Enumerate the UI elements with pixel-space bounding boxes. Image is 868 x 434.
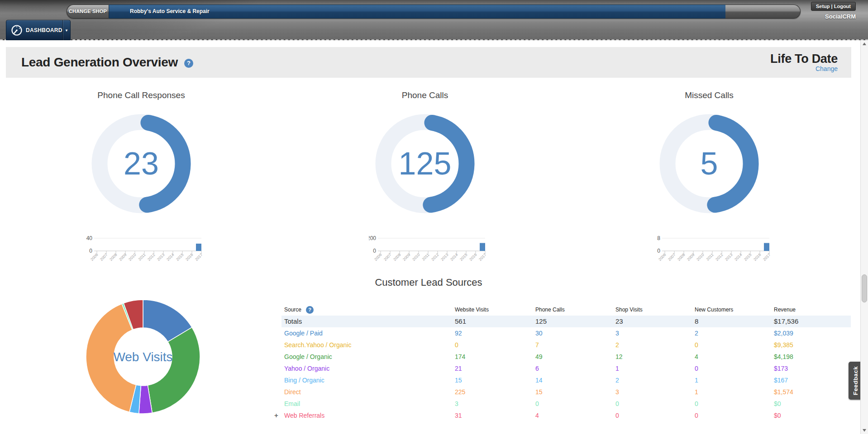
phone-calls-cell: 30 (533, 327, 613, 339)
new-customers-cell: 0 (692, 363, 771, 374)
revenue-cell: $4,198 (771, 351, 851, 363)
svg-text:2012: 2012 (147, 252, 156, 262)
shop-visits-cell: 3 (613, 386, 692, 398)
dashboard-nav-button[interactable]: DASHBOARD ▾ (6, 20, 71, 40)
page-title: Lead Generation Overview (21, 55, 178, 70)
svg-text:5: 5 (701, 146, 718, 181)
website-visits-cell: 225 (452, 386, 533, 398)
dashboard-page: CHANGE SHOP Robby's Auto Service & Repai… (0, 0, 868, 434)
title-bar-end-cap (725, 5, 801, 19)
phone-calls-cell: 125 (533, 316, 613, 327)
lead-source-row-email: Email3000$0 (281, 398, 851, 410)
svg-text:2017: 2017 (762, 252, 772, 262)
shop-visits-cell: 0 (613, 410, 692, 421)
svg-text:2017: 2017 (478, 252, 487, 262)
website-visits-cell: 561 (452, 316, 533, 327)
expand-row-icon[interactable]: + (274, 410, 278, 421)
source-cell[interactable]: Search.Yahoo / Organic (281, 339, 452, 351)
svg-text:2016: 2016 (468, 252, 478, 262)
phone-calls-cell: 14 (533, 374, 613, 386)
svg-text:2008: 2008 (392, 252, 402, 262)
source-cell[interactable]: Yahoo / Organic (281, 363, 452, 374)
revenue-cell: $1,574 (771, 386, 851, 398)
date-range-label: Life To Date (770, 52, 838, 65)
column-header-new-customers: New Customers (692, 304, 771, 316)
main-content: Lead Generation Overview ? Life To Date … (0, 41, 860, 434)
svg-text:2011: 2011 (705, 252, 714, 261)
svg-text:8: 8 (657, 235, 660, 241)
shop-title-bar: CHANGE SHOP Robby's Auto Service & Repai… (67, 5, 801, 19)
svg-text:2017: 2017 (194, 252, 204, 262)
svg-text:2015: 2015 (175, 252, 185, 262)
feedback-tab-label: Feedback (852, 366, 859, 395)
gauge-icon (11, 24, 23, 36)
lead-source-row-search-yahoo-organic: Search.Yahoo / Organic0720$9,385 (281, 339, 851, 351)
source-cell[interactable]: Email (281, 398, 452, 410)
phone-calls-cell: 49 (533, 351, 613, 363)
svg-text:0: 0 (373, 248, 376, 254)
svg-text:2010: 2010 (411, 252, 421, 262)
dashboard-nav-label: DASHBOARD (26, 27, 62, 33)
new-customers-cell: 8 (692, 316, 771, 327)
scroll-up-arrow-icon[interactable] (863, 42, 866, 45)
chevron-down-icon[interactable]: ▾ (62, 20, 70, 40)
source-cell[interactable]: Google / Paid (281, 327, 452, 339)
svg-text:2012: 2012 (430, 252, 440, 262)
shop-name-label: Robby's Auto Service & Repair (109, 5, 725, 19)
svg-text:2011: 2011 (421, 252, 430, 261)
kpi-title-phone-calls: Phone Calls (353, 90, 497, 100)
new-customers-cell: 1 (692, 374, 771, 386)
scrollbar-thumb[interactable] (862, 274, 867, 302)
help-icon[interactable]: ? (184, 59, 193, 68)
lead-source-row-direct: Direct2251531$1,574 (281, 386, 851, 398)
website-visits-cell: 0 (452, 339, 533, 351)
source-cell[interactable]: Google / Organic (281, 351, 452, 363)
svg-text:2016: 2016 (185, 252, 194, 262)
column-header-source: Source? (281, 304, 452, 316)
svg-text:2013: 2013 (156, 252, 166, 262)
revenue-cell: $173 (771, 363, 851, 374)
column-header-revenue: Revenue (771, 304, 851, 316)
donut-slice-google-organic[interactable] (148, 327, 200, 413)
svg-text:2008: 2008 (677, 252, 686, 262)
phone-calls-cell: 7 (533, 339, 613, 351)
source-cell[interactable]: +Web Referrals (281, 410, 452, 421)
brand-logo: SocialCRM (825, 13, 856, 20)
lead-source-row-google-organic: Google / Organic17449124$4,198 (281, 351, 851, 363)
svg-text:125: 125 (399, 146, 452, 181)
lead-source-row-yahoo-organic: Yahoo / Organic21610$173 (281, 363, 851, 374)
lead-source-row-google-paid: Google / Paid923032$2,039 (281, 327, 851, 339)
vertical-scrollbar[interactable] (860, 40, 868, 434)
lead-sources-table: Source?Website VisitsPhone CallsShop Vis… (281, 304, 851, 421)
gauge-missed-calls: 5 (650, 105, 768, 222)
svg-text:2014: 2014 (449, 252, 459, 262)
revenue-cell: $9,385 (771, 339, 851, 351)
new-customers-cell: 4 (692, 351, 771, 363)
shop-visits-cell: 1 (613, 363, 692, 374)
revenue-cell: $0 (771, 398, 851, 410)
revenue-cell: $17,536 (771, 316, 851, 327)
website-visits-cell: 3 (452, 398, 533, 410)
change-shop-button[interactable]: CHANGE SHOP (67, 5, 109, 19)
gauge-phone-call-responses: 23 (82, 105, 200, 222)
shop-visits-cell: 12 (613, 351, 692, 363)
column-header-phone-calls: Phone Calls (533, 304, 613, 316)
phone-calls-cell: 0 (533, 398, 613, 410)
top-chrome: CHANGE SHOP Robby's Auto Service & Repai… (0, 0, 868, 40)
website-visits-cell: 21 (452, 363, 533, 374)
section-heading-customer-lead-sources: Customer Lead Sources (6, 277, 851, 288)
change-date-range-link[interactable]: Change (770, 65, 838, 72)
scroll-down-arrow-icon[interactable] (863, 429, 866, 432)
lead-source-row-totals: Totals561125238$17,536 (281, 316, 851, 327)
svg-text:0: 0 (89, 248, 92, 254)
new-customers-cell: 1 (692, 386, 771, 398)
setup-logout-button[interactable]: Setup | Logout (811, 2, 856, 11)
revenue-cell: $0 (771, 410, 851, 421)
revenue-cell: $167 (771, 374, 851, 386)
kpi-title-missed-calls: Missed Calls (637, 90, 782, 100)
source-help-icon[interactable]: ? (306, 306, 314, 314)
lead-source-row-bing-organic: Bing / Organic151421$167 (281, 374, 851, 386)
source-cell[interactable]: Bing / Organic (281, 374, 452, 386)
shop-visits-cell: 2 (613, 374, 692, 386)
source-cell[interactable]: Direct (281, 386, 452, 398)
